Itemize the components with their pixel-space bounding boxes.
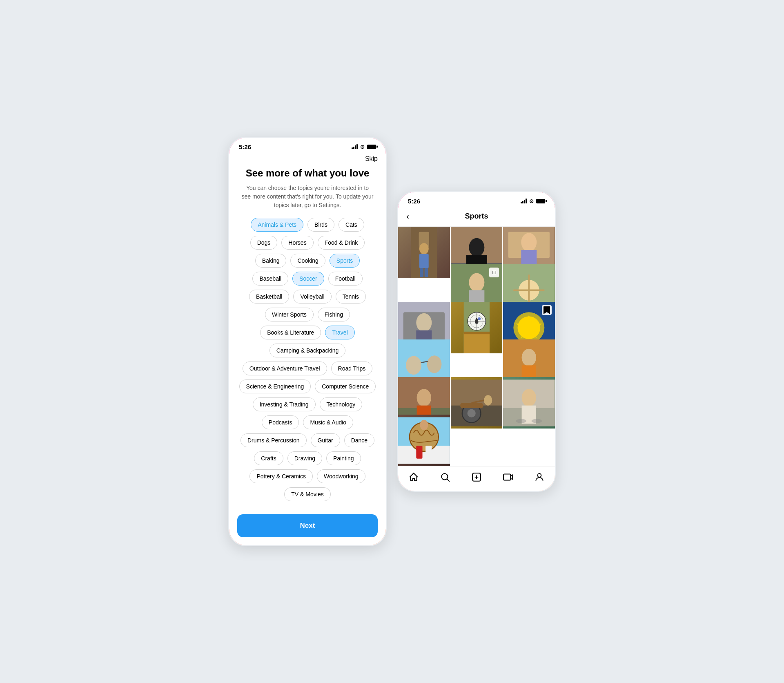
sports-photo-grid: □: [398, 227, 555, 466]
tag-35[interactable]: Woodworking: [317, 469, 365, 483]
svg-point-25: [416, 313, 432, 332]
tag-20[interactable]: Outdoor & Adventure Travel: [243, 362, 327, 375]
status-icons-right: ⊙: [521, 198, 545, 204]
svg-point-42: [406, 356, 421, 375]
tag-16[interactable]: Fishing: [318, 308, 350, 321]
back-button[interactable]: ‹: [406, 212, 409, 221]
tag-3[interactable]: Dogs: [250, 236, 278, 250]
tag-0[interactable]: Animals & Pets: [251, 218, 303, 232]
svg-rect-73: [425, 446, 432, 459]
bottom-nav: [398, 466, 555, 491]
page-subtext: You can choose the topics you're interes…: [237, 184, 378, 210]
right-phone: 5:26 ⊙ ‹ Sports: [397, 191, 556, 493]
right-page-title: Sports: [465, 212, 488, 221]
svg-point-43: [427, 355, 441, 373]
photo-cell-13: [451, 377, 503, 429]
svg-point-63: [522, 389, 536, 406]
create-nav-icon[interactable]: [471, 471, 482, 483]
tag-6[interactable]: Baking: [255, 254, 287, 268]
search-nav-icon[interactable]: [439, 471, 451, 483]
svg-point-15: [469, 273, 484, 292]
photo-cell-1: [398, 227, 450, 279]
tag-14[interactable]: Tennis: [336, 290, 366, 304]
profile-nav-icon[interactable]: [534, 471, 545, 483]
tag-21[interactable]: Road Trips: [331, 362, 373, 375]
tag-34[interactable]: Pottery & Ceramics: [249, 469, 313, 483]
tag-28[interactable]: Drums & Percussion: [241, 433, 307, 447]
battery-icon-right: [536, 199, 545, 203]
svg-point-52: [417, 389, 431, 406]
tag-32[interactable]: Drawing: [287, 451, 322, 465]
tag-26[interactable]: Podcasts: [262, 415, 299, 429]
svg-rect-29: [463, 332, 489, 334]
tag-7[interactable]: Cooking: [290, 254, 325, 268]
svg-rect-28: [463, 333, 489, 354]
tag-5[interactable]: Food & Drink: [318, 236, 365, 250]
svg-point-59: [484, 395, 492, 405]
signal-icon: [352, 144, 358, 149]
home-nav-icon[interactable]: [408, 471, 419, 483]
svg-point-66: [532, 419, 542, 423]
tag-10[interactable]: Soccer: [292, 272, 324, 286]
wifi-icon: ⊙: [360, 144, 365, 150]
svg-rect-5: [425, 268, 428, 277]
svg-rect-72: [416, 446, 422, 459]
next-button[interactable]: Next: [237, 514, 378, 537]
time-left: 5:26: [239, 143, 251, 150]
status-bar-right: 5:26 ⊙: [398, 192, 555, 208]
tag-29[interactable]: Guitar: [311, 433, 340, 447]
left-phone: 5:26 ⊙ Skip See more of what you love Yo…: [228, 136, 387, 547]
svg-rect-3: [419, 254, 429, 268]
tag-12[interactable]: Basketball: [249, 290, 290, 304]
bookmark-icon-8[interactable]: [542, 305, 552, 315]
tag-11[interactable]: Football: [328, 272, 363, 286]
tag-18[interactable]: Travel: [325, 326, 354, 339]
svg-rect-4: [420, 268, 423, 277]
video-nav-icon[interactable]: [502, 471, 514, 483]
bookmark-icon-4[interactable]: □: [489, 268, 499, 277]
skip-button[interactable]: Skip: [237, 154, 378, 167]
tags-container: Animals & PetsBirdsCatsDogsHorsesFood & …: [237, 218, 378, 501]
tag-25[interactable]: Technology: [320, 397, 363, 411]
svg-rect-79: [503, 474, 510, 480]
tag-23[interactable]: Computer Science: [315, 379, 376, 393]
svg-point-74: [442, 474, 448, 480]
page-headline: See more of what you love: [237, 167, 378, 179]
tag-31[interactable]: Crafts: [254, 451, 283, 465]
left-content: Skip See more of what you love You can c…: [229, 154, 386, 546]
tag-22[interactable]: Science & Engineering: [239, 379, 311, 393]
svg-point-12: [521, 233, 537, 252]
svg-point-2: [419, 243, 429, 254]
status-icons-left: ⊙: [352, 144, 376, 150]
wifi-icon-right: ⊙: [529, 198, 534, 204]
tag-27[interactable]: Music & Audio: [303, 415, 353, 429]
tag-19[interactable]: Camping & Backpacking: [270, 344, 346, 357]
tag-4[interactable]: Horses: [281, 236, 313, 250]
photo-cell-7: [451, 302, 503, 354]
svg-point-57: [467, 409, 475, 417]
svg-point-71: [420, 420, 428, 430]
svg-rect-58: [460, 403, 483, 408]
right-header: ‹ Sports: [398, 208, 555, 227]
svg-point-35: [478, 317, 481, 320]
status-bar-left: 5:26 ⊙: [229, 138, 386, 154]
tag-33[interactable]: Painting: [326, 451, 361, 465]
tag-2[interactable]: Cats: [339, 218, 364, 232]
tag-8[interactable]: Sports: [330, 254, 360, 268]
tag-30[interactable]: Dance: [344, 433, 374, 447]
photo-cell-15: [398, 415, 450, 466]
photo-cell-14: [503, 377, 555, 429]
tag-1[interactable]: Birds: [307, 218, 334, 232]
battery-icon: [367, 145, 376, 149]
svg-point-80: [537, 474, 541, 478]
tag-36[interactable]: TV & Movies: [284, 487, 330, 501]
svg-point-65: [516, 419, 526, 423]
tag-17[interactable]: Books & Literature: [260, 326, 321, 339]
svg-point-46: [522, 348, 536, 366]
svg-line-75: [447, 479, 450, 482]
tag-13[interactable]: Volleyball: [293, 290, 331, 304]
tag-24[interactable]: Investing & Trading: [253, 397, 316, 411]
tag-9[interactable]: Baseball: [252, 272, 288, 286]
tag-15[interactable]: Winter Sports: [265, 308, 314, 321]
svg-point-8: [469, 238, 484, 257]
